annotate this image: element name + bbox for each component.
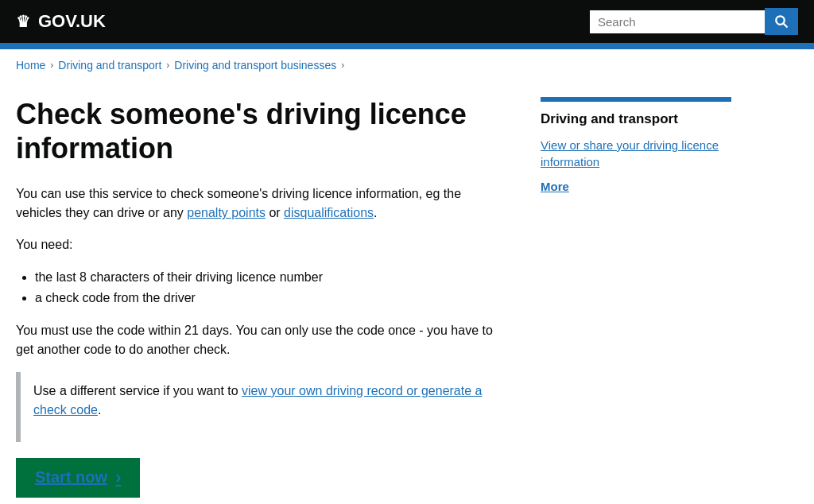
blue-accent-bar bbox=[0, 43, 814, 49]
chevron-icon: › bbox=[50, 60, 53, 71]
list-item: a check code from the driver bbox=[35, 288, 509, 308]
logo-text: GOV.UK bbox=[38, 11, 106, 32]
breadcrumb-driving-transport[interactable]: Driving and transport bbox=[58, 59, 161, 72]
search-input[interactable] bbox=[590, 10, 765, 33]
search-icon bbox=[774, 14, 789, 29]
sidebar: Driving and transport View or share your… bbox=[541, 97, 731, 504]
svg-point-0 bbox=[776, 16, 785, 25]
inset-paragraph: Use a different service if you want to v… bbox=[33, 382, 496, 420]
list-item: the last 8 characters of their driving l… bbox=[35, 267, 509, 288]
disqualifications-link[interactable]: disqualifications bbox=[284, 206, 374, 219]
page-title: Check someone's driving licence informat… bbox=[16, 97, 509, 165]
requirements-list: the last 8 characters of their driving l… bbox=[35, 267, 509, 308]
chevron-icon: › bbox=[341, 60, 344, 71]
penalty-points-link[interactable]: penalty points bbox=[187, 206, 266, 219]
breadcrumb: Home › Driving and transport › Driving a… bbox=[0, 49, 814, 81]
intro-text: You can use this service to check someon… bbox=[16, 184, 509, 223]
main-layout: Check someone's driving licence informat… bbox=[0, 81, 814, 504]
main-content: Check someone's driving licence informat… bbox=[16, 97, 509, 504]
code-info-text: You must use the code within 21 days. Yo… bbox=[16, 321, 509, 359]
chevron-icon: › bbox=[166, 60, 169, 71]
search-area bbox=[590, 8, 798, 35]
inset-text-prefix: Use a different service if you want to bbox=[33, 384, 238, 397]
arrow-icon: › bbox=[115, 467, 121, 488]
inset-text-block: Use a different service if you want to v… bbox=[16, 372, 509, 442]
sidebar-more-link[interactable]: More bbox=[541, 178, 731, 195]
search-button[interactable] bbox=[765, 8, 798, 35]
crown-icon: ♛ bbox=[16, 12, 30, 31]
logo: ♛ GOV.UK bbox=[16, 11, 106, 32]
you-need-label: You need: bbox=[16, 235, 509, 254]
breadcrumb-businesses[interactable]: Driving and transport businesses bbox=[174, 59, 336, 72]
site-header: ♛ GOV.UK bbox=[0, 0, 814, 43]
svg-line-1 bbox=[783, 23, 787, 27]
sidebar-link-view-share[interactable]: View or share your driving licence infor… bbox=[541, 137, 731, 170]
start-now-button[interactable]: Start now › bbox=[16, 458, 140, 498]
breadcrumb-home[interactable]: Home bbox=[16, 59, 45, 72]
sidebar-accent-bar bbox=[541, 97, 731, 102]
sidebar-title: Driving and transport bbox=[541, 111, 731, 127]
start-button-label: Start now bbox=[35, 468, 107, 487]
